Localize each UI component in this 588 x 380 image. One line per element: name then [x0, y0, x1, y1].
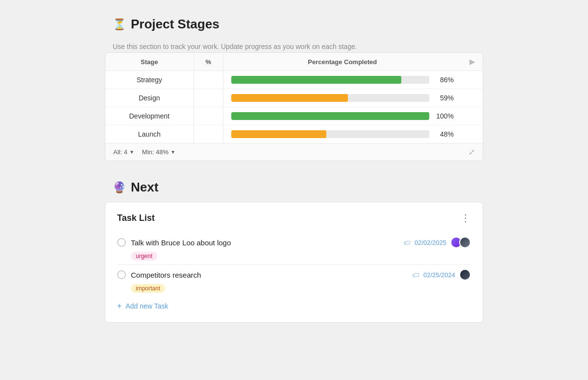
task-tag: urgent — [131, 252, 157, 261]
col-header-expand: ▶ — [462, 53, 483, 71]
task-right: 🏷 02/25/2024 — [412, 269, 471, 281]
task-list-title: Task List — [117, 213, 155, 223]
task-avatars — [450, 237, 471, 248]
crystal-ball-icon: 🔮 — [113, 182, 126, 193]
table-footer: All: 4 ▼ Min: 48% ▼ ⤢ — [105, 143, 483, 161]
task-date: 02/02/2025 — [415, 239, 446, 246]
expand-icon[interactable]: ⤢ — [468, 147, 475, 157]
stage-pct-num — [194, 125, 223, 143]
task-date: 02/25/2024 — [423, 271, 455, 279]
progress-label: 100% — [435, 112, 454, 120]
progress-label: 86% — [435, 76, 454, 84]
stage-progress-cell: 100% — [223, 107, 462, 125]
col-header-pct: % — [194, 53, 223, 71]
stage-pct-num — [194, 107, 223, 125]
page-container: ⏳ Project Stages Use this section to tra… — [103, 10, 485, 323]
progress-bar — [231, 130, 326, 138]
task-card: Task List ⋮ Talk with Bruce Loo about lo… — [105, 202, 483, 323]
task-right: 🏷 02/02/2025 — [403, 237, 471, 248]
project-stages-section: ⏳ Project Stages Use this section to tra… — [103, 10, 485, 161]
stage-progress-cell: 48% — [223, 125, 462, 143]
task-text: Competitors research — [131, 271, 201, 279]
all-badge[interactable]: All: 4 ▼ — [113, 148, 134, 156]
avatar — [459, 269, 471, 281]
task-list: Talk with Bruce Loo about logo 🏷 02/02/2… — [117, 233, 471, 297]
task-item: Competitors research 🏷 02/25/2024 import… — [117, 265, 471, 297]
next-section: 🔮 Next Task List ⋮ Talk with Bruce Loo a… — [103, 173, 485, 323]
task-left: Competitors research — [117, 270, 201, 279]
table-row: Design 59% — [105, 89, 483, 107]
task-row: Competitors research 🏷 02/25/2024 — [117, 269, 471, 281]
row-expand — [462, 71, 483, 89]
table-row: Strategy 86% — [105, 71, 483, 89]
stage-progress-cell: 59% — [223, 89, 462, 107]
tag-icon: 🏷 — [412, 271, 419, 279]
next-header: 🔮 Next — [103, 173, 485, 202]
stage-pct-num — [194, 89, 223, 107]
avatar — [459, 237, 471, 248]
progress-label: 59% — [435, 94, 454, 102]
task-tag: important — [131, 284, 165, 293]
stage-name: Design — [105, 89, 194, 107]
table-row: Development 100% — [105, 107, 483, 125]
col-header-stage: Stage — [105, 53, 194, 71]
project-stages-subtitle: Use this section to track your work. Upd… — [103, 39, 485, 52]
row-expand — [462, 107, 483, 125]
progress-bar-container — [231, 130, 430, 138]
project-stages-header: ⏳ Project Stages — [103, 10, 485, 39]
min-badge[interactable]: Min: 48% ▼ — [142, 148, 175, 156]
row-expand — [462, 125, 483, 143]
progress-bar-container — [231, 112, 430, 120]
add-task-label: Add new Task — [125, 302, 168, 310]
stage-name: Development — [105, 107, 194, 125]
tag-icon: 🏷 — [403, 238, 411, 247]
task-row: Talk with Bruce Loo about logo 🏷 02/02/2… — [117, 237, 471, 248]
task-card-header: Task List ⋮ — [117, 212, 471, 224]
stages-card: Stage % Percentage Completed ▶ Strategy — [105, 52, 483, 161]
task-checkbox[interactable] — [117, 238, 126, 247]
row-expand — [462, 89, 483, 107]
table-row: Launch 48% — [105, 125, 483, 143]
progress-label: 48% — [435, 130, 454, 138]
progress-bar-container — [231, 94, 430, 102]
stages-table: Stage % Percentage Completed ▶ Strategy — [105, 53, 483, 143]
task-checkbox[interactable] — [117, 270, 126, 279]
task-left: Talk with Bruce Loo about logo — [117, 238, 231, 247]
task-item: Talk with Bruce Loo about logo 🏷 02/02/2… — [117, 233, 471, 265]
progress-bar — [231, 94, 348, 102]
next-title: Next — [131, 180, 158, 195]
three-dots-menu[interactable]: ⋮ — [461, 212, 471, 224]
stage-pct-num — [194, 71, 223, 89]
plus-icon: + — [117, 302, 122, 310]
task-text: Talk with Bruce Loo about logo — [131, 238, 231, 247]
progress-bar — [231, 76, 402, 84]
stage-name: Strategy — [105, 71, 194, 89]
hourglass-icon: ⏳ — [113, 19, 126, 30]
stage-name: Launch — [105, 125, 194, 143]
project-stages-title: Project Stages — [131, 17, 220, 32]
stage-progress-cell: 86% — [223, 71, 462, 89]
add-task-button[interactable]: + Add new Task — [117, 297, 471, 312]
progress-bar — [231, 112, 430, 120]
task-avatars — [459, 269, 471, 281]
col-header-percentage-completed: Percentage Completed — [223, 53, 462, 71]
progress-bar-container — [231, 76, 430, 84]
